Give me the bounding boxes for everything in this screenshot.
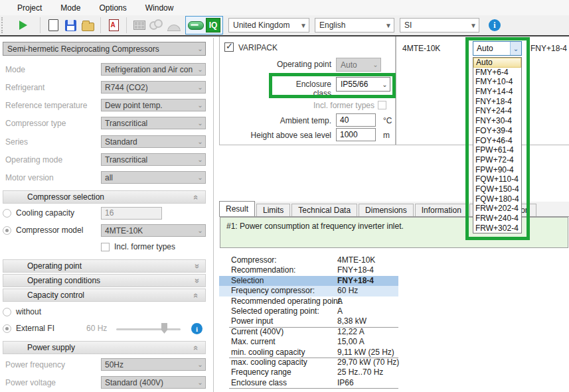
chart-button[interactable]: [165, 17, 183, 34]
tab-dimensions[interactable]: Dimensions: [359, 204, 414, 216]
dropdown-item[interactable]: FPW+90-4: [473, 165, 521, 175]
section-capacity-control[interactable]: Capacity control «: [3, 289, 206, 302]
pdf-export-button[interactable]: [105, 17, 122, 34]
new-project-button[interactable]: [44, 17, 62, 34]
chevron-down-icon: ▼: [468, 22, 479, 29]
dropdown-item[interactable]: FQW+180-4: [473, 194, 521, 204]
toolbar-grip[interactable]: [1, 17, 5, 33]
dropdown-item[interactable]: FMY+6-4: [473, 68, 521, 78]
row-value: 15,00 A: [337, 337, 365, 347]
pdf-icon: [109, 19, 119, 31]
compressor-type-select[interactable]: Transcritical⌄: [101, 117, 206, 129]
tab-limits[interactable]: Limits: [256, 204, 290, 216]
info-icon[interactable]: i: [489, 19, 501, 31]
dropdown-item[interactable]: FOY+39-4: [473, 126, 521, 136]
frequency-value-label: 60 Hz: [86, 324, 107, 333]
row-label: Compressor:: [231, 255, 277, 265]
dropdown-item[interactable]: FNY+24-4: [473, 106, 521, 116]
toolbar-separator: [40, 17, 41, 33]
dropdown-item[interactable]: FQW+110-4: [473, 174, 521, 184]
table-row-selection: SelectionFNY+18-4: [219, 276, 398, 286]
enclosure-class-select[interactable]: IP55/66⌄: [336, 77, 390, 92]
cooling-capacity-input[interactable]: 16: [101, 207, 162, 220]
varipack-iq-toggle[interactable]: IQ: [185, 16, 223, 34]
compressor-model-select[interactable]: 4MTE-10K⌄: [101, 224, 206, 237]
compressor-model-label: Compressor model: [16, 226, 83, 235]
dropdown-item[interactable]: FRW+240-4: [473, 214, 521, 224]
save-button[interactable]: [62, 17, 79, 34]
tab-information[interactable]: Information: [415, 204, 468, 216]
menu-options[interactable]: Options: [90, 1, 135, 15]
product-category-select[interactable]: Semi-hermetic Reciprocating Compressors⌄: [3, 42, 206, 56]
iq-icon: IQ: [206, 18, 220, 33]
operating-point-select[interactable]: Auto⌄: [336, 58, 381, 72]
compressor-type-label: Compressor type: [5, 119, 66, 128]
dropdown-item[interactable]: FMY+10-4: [473, 77, 521, 87]
motor-version-select[interactable]: all⌄: [101, 171, 206, 184]
dropdown-item[interactable]: FPW+72-4: [473, 155, 521, 165]
run-button[interactable]: [15, 17, 32, 34]
compressor-model-radio[interactable]: [3, 226, 11, 235]
mode-select[interactable]: Refrigeration and Air cond⌄: [101, 63, 206, 76]
incl-former-types-checkbox[interactable]: [378, 101, 386, 109]
incl-former-types-checkbox[interactable]: [101, 243, 110, 251]
refrigerant-select[interactable]: R744 (CO2)⌄: [101, 81, 206, 94]
tab-result[interactable]: Result: [219, 201, 255, 216]
without-radio[interactable]: [3, 308, 11, 316]
chevron-down-icon: ⌄: [195, 84, 205, 91]
parallel-compressors-button[interactable]: [148, 17, 165, 34]
varipack-model-select[interactable]: Auto⌄: [473, 41, 522, 56]
tab-technical-data[interactable]: Technical Data: [291, 204, 357, 216]
dropdown-item[interactable]: Auto: [473, 58, 521, 68]
result-message: #1: Power consumption at frequency inver…: [226, 222, 404, 231]
reference-temperature-select[interactable]: Dew point temp.⌄: [101, 99, 206, 111]
dropdown-item[interactable]: FNY+30-4: [473, 116, 521, 126]
frequency-slider-handle[interactable]: [161, 323, 167, 334]
dropdown-item[interactable]: FRW+302-4: [473, 224, 521, 233]
height-above-sea-level-input[interactable]: 1000: [336, 128, 376, 141]
section-power-supply[interactable]: Power supply «: [3, 341, 206, 354]
section-compressor-selection[interactable]: Compressor selection «: [3, 190, 206, 204]
units-select[interactable]: SI▼: [400, 18, 479, 33]
menu-mode[interactable]: Mode: [51, 1, 90, 15]
dropdown-item[interactable]: FRW+202-4: [473, 204, 521, 214]
menu-project[interactable]: Project: [8, 1, 51, 15]
country-select[interactable]: United Kingdom▼: [228, 18, 309, 33]
cooling-capacity-radio[interactable]: [3, 209, 11, 218]
row-value: 60 Hz: [337, 286, 358, 296]
language-select[interactable]: English▼: [315, 18, 394, 33]
varipack-model-dropdown: Auto FMY+6-4 FMY+10-4 FMY+14-4 FNY+18-4 …: [473, 57, 522, 233]
section-operating-point[interactable]: Operating point «: [3, 259, 206, 273]
row-value: 9,11 kW (25 Hz): [337, 348, 394, 358]
power-voltage-select[interactable]: Standard (400V)⌄: [101, 376, 206, 389]
series-select[interactable]: Standard⌄: [101, 135, 206, 148]
chevron-down-icon: ▼: [298, 22, 309, 29]
open-button[interactable]: [79, 17, 96, 34]
menu-window[interactable]: Window: [136, 1, 183, 15]
toolbar: IQ United Kingdom▼ English▼ SI▼ i: [0, 15, 569, 36]
row-label: Selected operating point:: [231, 306, 319, 316]
row-value: 8,38 kW: [337, 316, 366, 326]
mode-label: Mode: [5, 65, 25, 74]
info-icon[interactable]: i: [191, 323, 203, 334]
dropdown-item[interactable]: FPW+61-4: [473, 145, 521, 155]
varipack-checkbox[interactable]: [224, 42, 234, 52]
ambient-temp-input[interactable]: 40: [336, 113, 376, 127]
height-above-sea-level-label: Height above sea level: [233, 131, 331, 140]
external-fi-radio[interactable]: [3, 324, 11, 333]
power-frequency-select[interactable]: 50Hz⌄: [101, 358, 206, 371]
table-view-button[interactable]: [131, 17, 148, 34]
save-icon: [65, 20, 76, 31]
operating-point-label: Operating point: [260, 60, 331, 69]
dropdown-item[interactable]: FMY+14-4: [473, 87, 521, 97]
section-operating-conditions[interactable]: Operating conditions «: [3, 274, 206, 287]
table-row: Recommended operating point:A: [219, 296, 569, 306]
table-row: Enclosure classIP66: [219, 378, 569, 388]
table-row: Max. current15,00 A: [219, 337, 569, 347]
operating-mode-select[interactable]: Transcritical⌄: [101, 153, 206, 166]
chevron-down-icon: ⌄: [195, 156, 205, 163]
frequency-slider-track[interactable]: [116, 328, 181, 330]
dropdown-item[interactable]: FQW+150-4: [473, 184, 521, 194]
dropdown-item[interactable]: FOY+46-4: [473, 136, 521, 146]
dropdown-item[interactable]: FNY+18-4: [473, 97, 521, 107]
